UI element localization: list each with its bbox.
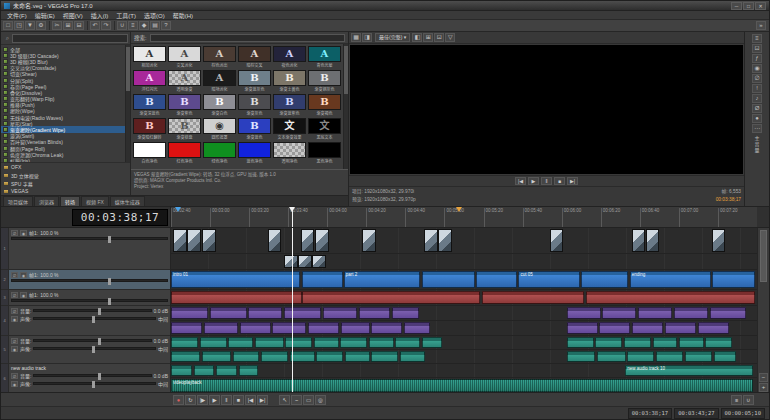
blue-clip[interactable] (302, 271, 343, 288)
arm-record-icon[interactable]: ● (752, 114, 762, 123)
menu-item[interactable]: 选项(O) (140, 11, 169, 20)
thumb-clip[interactable] (298, 255, 311, 268)
menu-item[interactable]: 帮助(H) (169, 11, 197, 20)
auto-ripple-button[interactable]: ≡ (731, 395, 742, 405)
blue-clip[interactable] (422, 271, 475, 288)
transition-preset[interactable]: A夜色淡化 (273, 46, 306, 68)
teal-clip[interactable] (314, 337, 339, 348)
teal-clip[interactable] (202, 351, 231, 362)
transition-preset[interactable]: A棕色淡出 (203, 46, 236, 68)
slider-handle[interactable] (98, 308, 101, 315)
pan-crop-icon[interactable]: ⊡ (752, 44, 762, 53)
purple-clip[interactable] (638, 307, 672, 319)
transition-preset[interactable]: ◉圆形遮罩 (203, 118, 236, 140)
menu-item[interactable]: 工具(T) (112, 11, 140, 20)
teal-clip[interactable] (233, 351, 260, 362)
pause-button[interactable]: ‖ (541, 177, 552, 185)
phase-icon[interactable]: Ø (752, 104, 762, 113)
go-to-end-button[interactable]: ▶| (257, 395, 268, 405)
purple-clip[interactable] (272, 322, 306, 334)
purple-clip[interactable] (308, 322, 339, 334)
pause-button[interactable]: ‖ (221, 395, 232, 405)
teal-clip[interactable] (261, 351, 288, 362)
red-clip[interactable] (171, 291, 302, 304)
purple-clip[interactable] (602, 307, 636, 319)
dock-tab[interactable]: 视频 FX (81, 196, 109, 206)
thumb-clip[interactable] (187, 229, 200, 252)
snapping-icon[interactable]: ∪ (117, 21, 127, 30)
transition-preset[interactable]: 文文本渐变效果 (273, 118, 306, 140)
plugin-group-item[interactable]: SPU 字幕 (1, 179, 130, 187)
purple-clip[interactable] (665, 322, 696, 334)
menu-item[interactable]: 文件(F) (3, 11, 31, 20)
new-project-icon[interactable]: □ (3, 21, 13, 30)
loop-playback-button[interactable]: ↻ (185, 395, 196, 405)
whats-this-help-icon[interactable]: ? (161, 21, 171, 30)
mute-icon[interactable]: ∅ (11, 338, 18, 344)
purple-clip[interactable] (599, 322, 630, 334)
thumb-clip[interactable] (202, 229, 215, 252)
teal-clip[interactable] (228, 337, 253, 348)
teal-clip[interactable] (316, 351, 343, 362)
transition-preset[interactable]: B渐变灰色 (238, 94, 271, 116)
teal-clip[interactable] (171, 365, 192, 376)
pan-slider[interactable] (33, 347, 156, 350)
zoom-out-button[interactable]: − (759, 373, 768, 382)
rail-menu-icon[interactable]: ≡ (752, 34, 762, 43)
timeline-marker-icon[interactable] (175, 207, 181, 212)
teal-clip[interactable] (714, 351, 737, 362)
mute-icon[interactable]: ∅ (752, 74, 762, 83)
open-project-icon[interactable]: ◳ (14, 21, 24, 30)
track-header[interactable]: 5∅音量:0.0 dB◉声像:中间 (1, 336, 170, 364)
transition-preset[interactable]: 绿色净色 (203, 142, 236, 164)
preview-quality-dropdown[interactable]: 最佳(完整) ▾ (375, 33, 410, 42)
teal-clip[interactable] (597, 351, 626, 362)
volume-slider[interactable] (33, 339, 151, 342)
mute-icon[interactable]: ∅ (11, 230, 18, 236)
teal-clip[interactable] (285, 337, 312, 348)
teal-clip[interactable] (567, 337, 594, 348)
blue-clip[interactable] (581, 271, 628, 288)
teal-clip[interactable] (422, 337, 443, 348)
thumb-clip[interactable] (312, 255, 325, 268)
presets-search-input[interactable] (150, 34, 345, 42)
teal-clip[interactable] (345, 351, 370, 362)
thumb-clip[interactable] (550, 229, 563, 252)
teal-clip[interactable] (679, 337, 704, 348)
slider-handle[interactable] (92, 346, 95, 353)
thumb-clip[interactable] (301, 229, 314, 252)
slider-handle[interactable] (92, 316, 95, 323)
teal-clip[interactable] (239, 365, 258, 376)
track-header[interactable]: 3∅◉帧1:100.0 % (1, 290, 170, 306)
split-screen-view-icon[interactable]: ◧ (412, 33, 422, 42)
teal-clip[interactable] (369, 337, 394, 348)
go-to-start-button[interactable]: |◀ (515, 177, 526, 185)
track-header[interactable]: 6new audio track∅音量:0.0 dB◉声像:中间 (1, 364, 170, 392)
purple-clip[interactable] (171, 322, 202, 334)
teal-clip[interactable] (340, 337, 367, 348)
transition-preset[interactable]: A透明渐变 (168, 70, 201, 92)
track-header[interactable]: 1∅◉帧1:100.0 % (1, 228, 170, 270)
lock-envelopes-icon[interactable]: ◆ (139, 21, 149, 30)
purple-clip[interactable] (204, 322, 238, 334)
track-header[interactable]: 4∅音量:0.0 dB◉声像:中间 (1, 306, 170, 336)
teal-clip[interactable] (705, 337, 732, 348)
thumb-clip[interactable] (424, 229, 437, 252)
playhead-handle[interactable] (289, 207, 295, 212)
teal-clip[interactable] (653, 337, 678, 348)
thumb-clip[interactable] (632, 229, 645, 252)
solo-icon[interactable]: ◉ (20, 292, 27, 298)
normal-edit-tool-button[interactable]: ↖ (279, 395, 290, 405)
teal-clip[interactable] (255, 337, 284, 348)
purple-clip[interactable] (404, 322, 430, 334)
purple-clip[interactable] (632, 322, 663, 334)
envelope-edit-tool-button[interactable]: ~ (291, 395, 302, 405)
timecode-display[interactable]: 00:03:38;17 (72, 209, 168, 226)
transition-preset[interactable]: B渐变蓝色 (238, 118, 271, 140)
time-ruler[interactable]: 00:02:4000:03:0000:03:2000:03:4000:04:00… (171, 207, 757, 227)
purple-clip[interactable] (341, 322, 370, 334)
plugin-group-item[interactable]: 3D 立体视觉 (1, 171, 130, 179)
transition-preset[interactable]: B渐变深蓝色 (133, 94, 166, 116)
maximize-button[interactable]: □ (743, 2, 754, 10)
track-header[interactable]: 2∅◉帧1:100.0 % (1, 270, 170, 290)
